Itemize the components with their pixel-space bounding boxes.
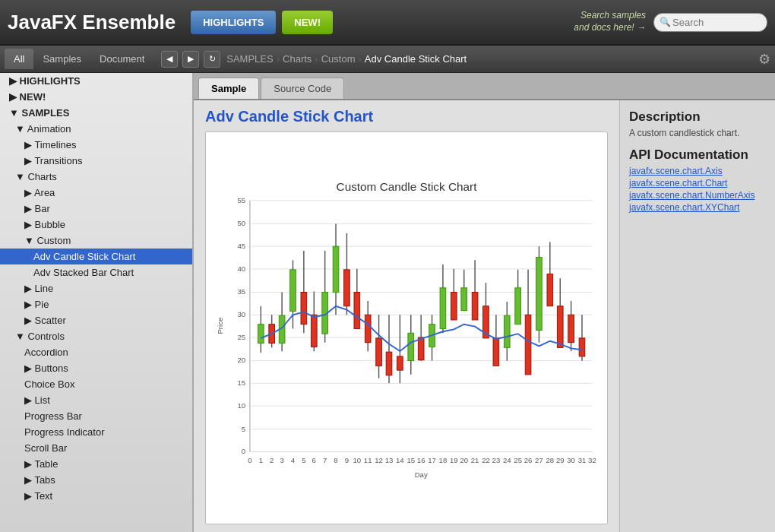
svg-text:55: 55 [238,196,246,204]
sidebar: ▶ HIGHLIGHTS ▶ NEW! ▼ SAMPLES ▼ Animatio… [0,73,194,532]
svg-text:10: 10 [238,401,246,410]
new-button[interactable]: NEW! [282,11,333,34]
nav-back-button[interactable]: ◀ [161,51,178,68]
svg-rect-76 [333,246,339,292]
svg-rect-106 [493,338,499,366]
sidebar-item-samples[interactable]: ▼ SAMPLES [0,105,192,121]
sidebar-item-buttons[interactable]: ▶ Buttons [0,360,192,376]
svg-text:45: 45 [238,242,246,250]
svg-text:26: 26 [524,456,533,464]
svg-text:0: 0 [242,447,245,455]
highlights-button[interactable]: HIGHLIGHTS [191,11,276,34]
sidebar-item-progressindicator[interactable]: Progress Indicator [0,424,192,440]
chart-area: Adv Candle Stick Chart Custom Candle Sti… [194,100,775,532]
sidebar-item-text[interactable]: ▶ Text [0,488,192,504]
svg-text:4: 4 [291,456,296,464]
search-hint: Search samplesand docs here! → [574,10,646,33]
info-panel: Description A custom candlestick chart. … [619,100,775,532]
tab-source-code[interactable]: Source Code [261,78,344,99]
sidebar-item-progressbar[interactable]: Progress Bar [0,408,192,424]
tab-document[interactable]: Document [90,49,153,69]
sidebar-item-new[interactable]: ▶ NEW! [0,89,192,105]
nav-forward-button[interactable]: ▶ [182,51,199,68]
sidebar-item-line[interactable]: ▶ Line [0,280,192,296]
sidebar-item-animation[interactable]: ▼ Animation [0,121,192,137]
svg-text:19: 19 [450,456,458,464]
svg-rect-120 [568,315,574,342]
nav-refresh-button[interactable]: ↻ [204,51,220,68]
tab-all[interactable]: All [5,49,33,69]
svg-rect-90 [408,333,414,360]
svg-rect-72 [311,315,317,347]
svg-rect-96 [440,288,446,329]
svg-rect-114 [536,258,542,331]
svg-text:15: 15 [406,456,415,464]
sidebar-item-timelines[interactable]: ▶ Timelines [0,137,192,153]
header-search-area: Search samplesand docs here! → 🔍 [574,10,767,33]
api-link-numberaxis[interactable]: javafx.scene.chart.NumberAxis [629,190,766,201]
svg-rect-102 [472,293,478,320]
sidebar-item-tabs[interactable]: ▶ Tabs [0,472,192,488]
svg-rect-88 [397,356,403,370]
sidebar-item-pie[interactable]: ▶ Pie [0,296,192,312]
svg-text:28: 28 [546,456,554,464]
sidebar-item-accordion[interactable]: Accordion [0,344,192,360]
svg-text:2: 2 [270,456,274,464]
sidebar-item-table[interactable]: ▶ Table [0,456,192,472]
description-text: A custom candlestick chart. [629,128,766,138]
breadcrumb: SAMPLES › Charts › Custom › Adv Candle S… [226,53,467,65]
app-title: JavaFX Ensemble [8,11,176,34]
tab-sample[interactable]: Sample [198,78,259,99]
svg-text:35: 35 [238,287,246,296]
sidebar-item-scatter[interactable]: ▶ Scatter [0,312,192,328]
api-link-axis[interactable]: javafx.scene.chart.Axis [629,166,766,176]
sidebar-item-highlights[interactable]: ▶ HIGHLIGHTS [0,73,192,89]
sidebar-item-bar[interactable]: ▶ Bar [0,201,192,217]
svg-text:30: 30 [238,310,246,318]
sidebar-item-scrollbar[interactable]: Scroll Bar [0,440,192,456]
svg-text:32: 32 [588,456,596,464]
breadcrumb-custom[interactable]: Custom [321,53,356,65]
description-title: Description [629,109,766,125]
svg-rect-86 [386,352,392,375]
svg-rect-70 [301,293,307,325]
sidebar-item-charts[interactable]: ▼ Charts [0,169,192,185]
svg-rect-116 [547,274,553,306]
svg-text:Price: Price [216,318,224,334]
svg-text:50: 50 [238,219,246,227]
app-header: JavaFX Ensemble HIGHLIGHTS NEW! Search s… [0,0,775,46]
tab-samples[interactable]: Samples [33,49,90,69]
api-link-xychart[interactable]: javafx.scene.chart.XYChart [629,202,766,213]
settings-icon[interactable]: ⚙ [758,51,770,68]
sidebar-item-list[interactable]: ▶ List [0,392,192,408]
content-tabs: Sample Source Code [194,73,775,100]
svg-text:16: 16 [417,456,425,464]
sidebar-item-area[interactable]: ▶ Area [0,185,192,201]
sidebar-item-adv-stacked[interactable]: Adv Stacked Bar Chart [0,264,192,280]
api-title: API Documentation [629,147,766,163]
sidebar-item-custom[interactable]: ▼ Custom [0,233,192,249]
svg-text:11: 11 [364,456,372,464]
svg-text:13: 13 [385,456,394,464]
svg-rect-80 [354,293,360,329]
svg-text:9: 9 [345,456,349,464]
search-wrapper: 🔍 [653,13,767,32]
api-link-chart[interactable]: javafx.scene.chart.Chart [629,178,766,188]
search-icon: 🔍 [660,17,671,27]
sidebar-item-adv-candle[interactable]: Adv Candle Stick Chart [0,249,192,264]
svg-text:27: 27 [535,456,543,464]
sidebar-item-controls[interactable]: ▼ Controls [0,328,192,344]
sidebar-item-transitions[interactable]: ▶ Transitions [0,153,192,169]
svg-text:5: 5 [242,425,245,433]
main-layout: ▶ HIGHLIGHTS ▶ NEW! ▼ SAMPLES ▼ Animatio… [0,73,775,532]
sidebar-item-bubble[interactable]: ▶ Bubble [0,217,192,233]
svg-rect-68 [290,270,296,312]
breadcrumb-current: Adv Candle Stick Chart [365,53,467,65]
svg-rect-108 [504,315,510,347]
breadcrumb-samples[interactable]: SAMPLES [226,53,273,65]
sidebar-item-choicebox[interactable]: Choice Box [0,376,192,392]
breadcrumb-charts[interactable]: Charts [283,53,312,65]
chart-container: Custom Candle Stick Chart [205,131,608,524]
chart-panel: Adv Candle Stick Chart Custom Candle Sti… [194,100,619,532]
app-title-light: Ensemble [77,11,176,33]
